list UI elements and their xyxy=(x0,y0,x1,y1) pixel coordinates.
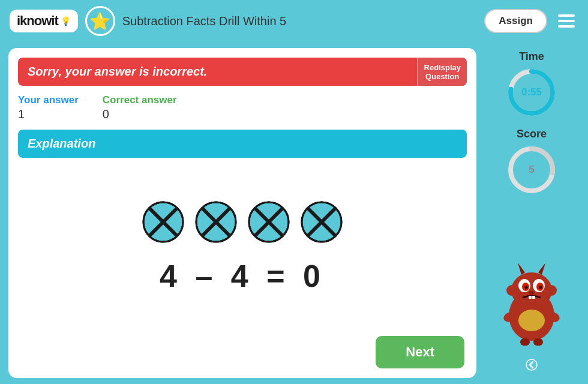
time-value: 0:55 xyxy=(521,86,542,98)
time-circle: 0:55 xyxy=(505,65,559,119)
answer-row: Your answer 1 Correct answer 0 xyxy=(18,92,467,124)
svg-rect-36 xyxy=(520,338,530,346)
x-circle-1 xyxy=(142,200,185,244)
menu-button[interactable] xyxy=(554,11,578,31)
explanation-label: Explanation xyxy=(28,137,95,150)
x-circle-3 xyxy=(247,200,290,244)
hamburger-line-2 xyxy=(558,20,575,22)
correct-answer-value: 0 xyxy=(103,107,177,121)
equation-display: 4 – 4 = 0 xyxy=(160,258,325,294)
back-button[interactable] xyxy=(521,354,542,376)
left-panel: Sorry, your answer is incorrect. Redispl… xyxy=(8,48,476,378)
lesson-title: Subtraction Facts Drill Within 5 xyxy=(122,14,478,28)
your-answer-value: 1 xyxy=(18,107,79,121)
explanation-bar: Explanation xyxy=(18,130,467,158)
hamburger-line-3 xyxy=(558,25,575,28)
score-circle: 5 xyxy=(505,143,559,197)
svg-point-39 xyxy=(546,285,557,296)
x-circle-2 xyxy=(194,200,238,244)
next-button[interactable]: Next xyxy=(376,336,464,368)
right-panel: Time 0:55 Score 5 xyxy=(484,48,580,378)
svg-point-35 xyxy=(518,310,545,331)
score-value: 5 xyxy=(529,164,534,176)
main-content: Sorry, your answer is incorrect. Redispl… xyxy=(0,42,588,384)
hamburger-line-1 xyxy=(558,14,575,17)
svg-rect-37 xyxy=(533,338,543,346)
star-badge: ⭐ xyxy=(85,6,115,36)
x-circle-4 xyxy=(300,200,343,244)
back-icon xyxy=(526,359,538,371)
monster-area xyxy=(499,205,565,346)
header: iknowit 💡 ⭐ Subtraction Facts Drill With… xyxy=(0,0,588,42)
star-icon: ⭐ xyxy=(89,11,110,31)
your-answer-col: Your answer 1 xyxy=(18,94,79,121)
your-answer-label: Your answer xyxy=(18,94,79,106)
svg-point-28 xyxy=(529,291,535,295)
svg-point-27 xyxy=(539,286,542,289)
correct-answer-label: Correct answer xyxy=(103,94,177,106)
time-section: Time 0:55 xyxy=(505,50,559,119)
svg-rect-30 xyxy=(532,296,535,299)
logo: iknowit 💡 xyxy=(10,10,78,32)
svg-point-40 xyxy=(526,359,537,370)
logo-text: iknowit xyxy=(17,13,58,29)
score-label: Score xyxy=(517,128,547,140)
svg-rect-29 xyxy=(529,296,532,299)
assign-button[interactable]: Assign xyxy=(484,9,547,33)
time-label: Time xyxy=(519,50,544,63)
score-section: Score 5 xyxy=(505,128,559,197)
x-circles xyxy=(142,200,343,244)
correct-answer-col: Correct answer 0 xyxy=(103,94,177,121)
svg-point-38 xyxy=(506,285,517,296)
redisplay-button[interactable]: RedisplayQuestion xyxy=(417,58,467,86)
visual-area: 4 – 4 = 0 xyxy=(18,164,467,330)
svg-marker-32 xyxy=(538,263,545,275)
incorrect-banner: Sorry, your answer is incorrect. Redispl… xyxy=(18,58,467,86)
incorrect-message: Sorry, your answer is incorrect. xyxy=(18,58,417,86)
monster-character xyxy=(499,250,565,346)
next-btn-row: Next xyxy=(18,336,467,368)
bulb-icon: 💡 xyxy=(61,16,71,26)
svg-marker-31 xyxy=(518,263,525,275)
svg-point-26 xyxy=(525,286,528,289)
svg-point-21 xyxy=(511,272,552,308)
